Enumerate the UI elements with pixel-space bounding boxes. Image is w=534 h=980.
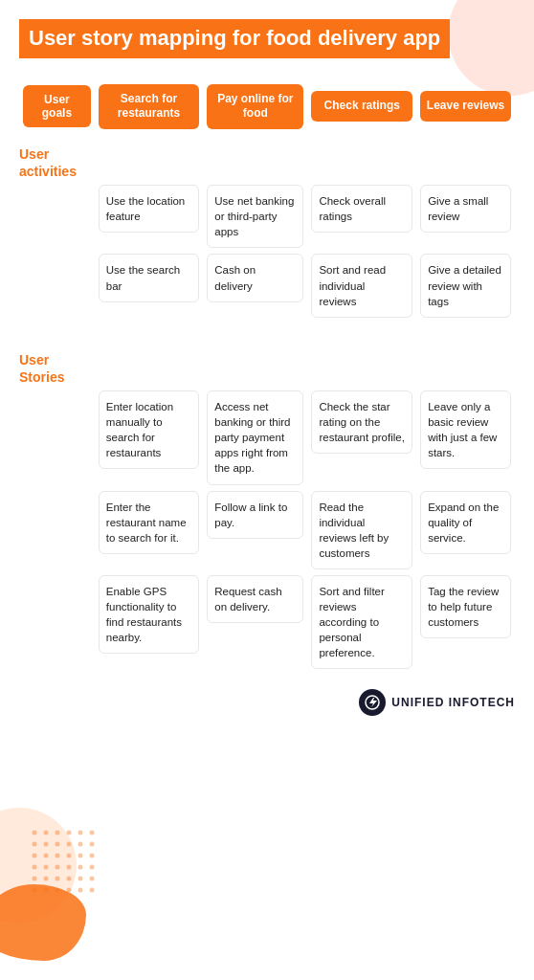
story-row1-col4: Leave only a basic review with just a fe…: [420, 390, 511, 469]
header-col1-wrap: Search for restaurants: [95, 81, 203, 132]
svg-point-16: [78, 854, 83, 858]
svg-point-5: [90, 831, 95, 835]
header-col2: Pay online for food: [207, 84, 303, 129]
svg-point-8: [56, 842, 60, 847]
logo-text: UNIFIED INFOTECH: [391, 696, 515, 709]
svg-point-30: [33, 888, 37, 893]
svg-point-27: [67, 877, 72, 881]
svg-point-18: [33, 865, 37, 870]
svg-point-33: [67, 888, 72, 893]
svg-point-28: [78, 877, 83, 881]
act-row1-col3: Check overall ratings: [311, 185, 412, 233]
svg-point-12: [33, 854, 37, 858]
stories-row-3: Enable GPS functionality to find restaur…: [19, 572, 515, 672]
spacer-1: [19, 321, 515, 338]
svg-point-21: [67, 865, 72, 870]
story-row3-col2: Request cash on delivery.: [207, 575, 303, 623]
svg-point-24: [33, 877, 37, 881]
act-row2-col1: Use the search bar: [99, 254, 199, 301]
activities-label-cell: User activities: [19, 132, 95, 182]
story-row1-col3: Check the star rating on the restaurant …: [311, 390, 412, 454]
act-row2-col2: Cash on delivery: [207, 254, 303, 301]
svg-point-15: [67, 854, 72, 858]
svg-point-4: [78, 831, 83, 835]
svg-point-7: [44, 842, 49, 847]
story-row3-col3: Sort and filter reviews according to per…: [311, 575, 412, 669]
stories-label-cell: User Stories: [19, 338, 95, 388]
svg-point-13: [44, 854, 49, 858]
svg-point-9: [67, 842, 72, 847]
story-row2-col3: Read the individual reviews left by cust…: [311, 491, 412, 569]
story-row1-col1: Enter location manually to search for re…: [99, 390, 199, 469]
svg-point-20: [56, 865, 60, 870]
header-row: User goals Search for restaurants Pay on…: [19, 81, 515, 132]
header-label-cell: User goals: [19, 81, 95, 132]
svg-point-34: [78, 888, 83, 893]
header-col3-wrap: Check ratings: [307, 81, 416, 132]
logo-area: UNIFIED INFOTECH: [19, 689, 515, 716]
bg-decoration-dots: [29, 827, 105, 903]
svg-point-14: [56, 854, 60, 858]
stories-row-1: Enter location manually to search for re…: [19, 388, 515, 487]
activities-row-1: Use the location feature Use net banking…: [19, 182, 515, 251]
svg-point-19: [44, 865, 49, 870]
stories-label: User Stories: [19, 352, 72, 385]
activities-label-row: User activities: [19, 132, 515, 182]
page-title: User story mapping for food delivery app: [19, 19, 515, 81]
activities-row-2: Use the search bar Cash on delivery Sort…: [19, 251, 515, 320]
svg-point-26: [56, 877, 60, 881]
svg-point-1: [44, 831, 49, 835]
svg-point-35: [90, 888, 95, 893]
story-map-table: User goals Search for restaurants Pay on…: [19, 81, 515, 673]
svg-point-22: [78, 865, 83, 870]
story-row1-col2: Access net banking or third party paymen…: [207, 390, 303, 484]
story-row2-col2: Follow a link to pay.: [207, 491, 303, 539]
story-row2-col4: Expand on the quality of service.: [420, 491, 511, 554]
stories-row-2: Enter the restaurant name to search for …: [19, 488, 515, 572]
svg-point-2: [56, 831, 60, 835]
logo-icon: [359, 689, 386, 716]
svg-point-29: [90, 877, 95, 881]
act-row1-col2: Use net banking or third-party apps: [207, 185, 303, 248]
act-row2-col3: Sort and read individual reviews: [311, 254, 412, 317]
story-row3-col4: Tag the review to help future customers: [420, 575, 511, 638]
activities-label: User activities: [19, 146, 84, 179]
svg-point-11: [90, 842, 95, 847]
story-row3-col1: Enable GPS functionality to find restaur…: [99, 575, 199, 654]
main-content: User story mapping for food delivery app…: [0, 0, 534, 792]
svg-point-23: [90, 865, 95, 870]
svg-point-0: [33, 831, 37, 835]
header-col4-wrap: Leave reviews: [416, 81, 515, 132]
svg-point-10: [78, 842, 83, 847]
header-col1: Search for restaurants: [99, 84, 199, 129]
story-row2-col1: Enter the restaurant name to search for …: [99, 491, 199, 554]
svg-point-25: [44, 877, 49, 881]
act-row1-col1: Use the location feature: [99, 185, 199, 233]
svg-point-31: [44, 888, 49, 893]
act-row2-col4: Give a detailed review with tags: [420, 254, 511, 317]
svg-point-32: [56, 888, 60, 893]
header-col4: Leave reviews: [420, 91, 511, 122]
svg-point-17: [90, 854, 95, 858]
svg-point-3: [67, 831, 72, 835]
user-goals-header: User goals: [23, 85, 91, 127]
act-row1-col4: Give a small review: [420, 185, 511, 233]
header-col3: Check ratings: [311, 91, 412, 122]
svg-point-6: [33, 842, 37, 847]
stories-label-row: User Stories: [19, 338, 515, 388]
header-col2-wrap: Pay online for food: [203, 81, 307, 132]
